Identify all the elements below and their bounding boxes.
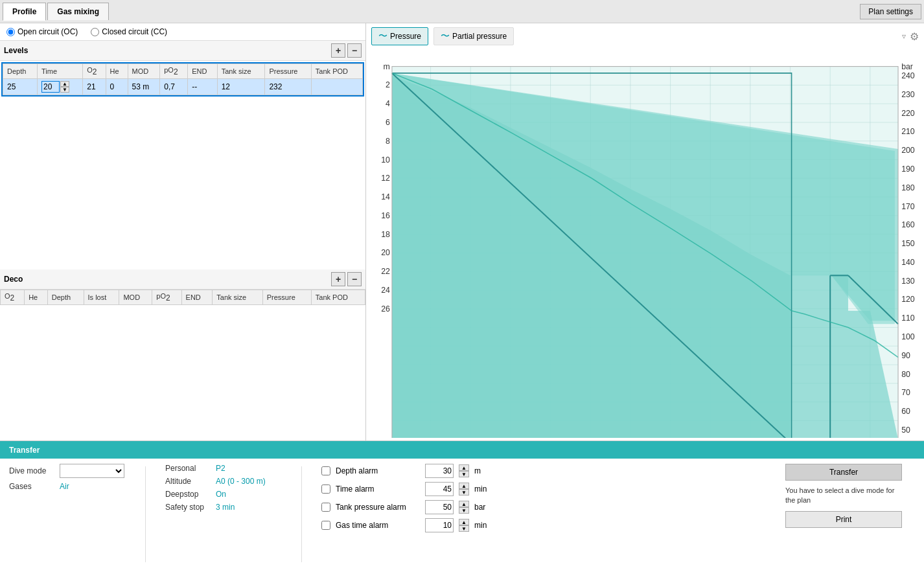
svg-text:80: 80 <box>901 370 910 379</box>
transfer-button[interactable]: Transfer <box>785 464 902 481</box>
tank-pressure-alarm-down[interactable]: ▼ <box>459 507 469 514</box>
levels-add-button[interactable]: + <box>331 43 345 58</box>
gas-time-alarm-checkbox[interactable] <box>321 521 330 530</box>
dive-chart-svg: m 2 4 6 8 10 12 14 16 18 20 22 24 26 <box>369 51 921 438</box>
dive-mode-select[interactable] <box>60 464 124 478</box>
svg-text:20: 20 <box>381 248 390 257</box>
open-circuit-radio[interactable] <box>6 28 15 36</box>
altitude-row: Altitude A0 (0 - 300 m) <box>165 477 282 486</box>
transfer-body: Dive mode Gases Air Personal P2 Altitude… <box>0 459 924 570</box>
altitude-label: Altitude <box>165 477 211 486</box>
altitude-value: A0 (0 - 300 m) <box>216 477 266 486</box>
depth-alarm-row: Depth alarm ▲ ▼ m <box>321 464 516 478</box>
svg-text:170: 170 <box>901 202 915 211</box>
tank-pressure-alarm-up[interactable]: ▲ <box>459 501 469 507</box>
tank-pressure-alarm-input[interactable] <box>425 500 454 514</box>
gas-time-alarm-unit: min <box>474 521 494 530</box>
time-alarm-down[interactable]: ▼ <box>459 489 469 496</box>
deco-col-pressure: Pressure <box>262 290 311 304</box>
time-alarm-input[interactable] <box>425 482 454 496</box>
time-alarm-row: Time alarm ▲ ▼ min <box>321 482 516 496</box>
levels-buttons: + − <box>331 43 362 58</box>
levels-header: Levels + − <box>0 41 365 61</box>
levels-remove-button[interactable]: − <box>347 43 362 58</box>
tank-pressure-alarm-row: Tank pressure alarm ▲ ▼ bar <box>321 500 516 514</box>
deco-buttons: + − <box>331 272 362 286</box>
tank-pressure-alarm-unit: bar <box>474 503 494 512</box>
transfer-header: Transfer <box>0 441 924 459</box>
filter-icon[interactable]: ▿ <box>902 32 906 41</box>
svg-text:100: 100 <box>901 332 915 341</box>
tab-profile[interactable]: Profile <box>3 3 46 21</box>
time-alarm-label: Time alarm <box>336 484 420 494</box>
svg-text:220: 220 <box>901 109 915 118</box>
time-spin-up[interactable]: ▲ <box>60 81 69 87</box>
transfer-title: Transfer <box>9 446 40 455</box>
depth-alarm-down[interactable]: ▼ <box>459 471 469 477</box>
depth-alarm-up[interactable]: ▲ <box>459 464 469 471</box>
svg-text:240: 240 <box>901 71 915 80</box>
svg-text:50: 50 <box>901 426 910 435</box>
col-he: He <box>106 64 128 79</box>
gas-time-alarm-down[interactable]: ▼ <box>459 525 469 532</box>
svg-text:2: 2 <box>386 80 390 89</box>
print-button[interactable]: Print <box>785 511 902 528</box>
tank-pressure-alarm-checkbox[interactable] <box>321 503 330 512</box>
depth-alarm-checkbox[interactable] <box>321 466 330 475</box>
deco-col-o2: O2 <box>1 290 25 304</box>
svg-text:6: 6 <box>386 118 390 127</box>
deco-col-islost: Is lost <box>84 290 119 304</box>
svg-text:m: m <box>384 62 390 71</box>
deco-add-button[interactable]: + <box>331 272 345 286</box>
tab-gas-mixing[interactable]: Gas mixing <box>47 3 109 20</box>
gas-time-alarm-up[interactable]: ▲ <box>459 519 469 525</box>
svg-text:24: 24 <box>381 286 390 295</box>
depth-alarm-label: Depth alarm <box>336 466 420 475</box>
dive-mode-row: Dive mode <box>9 464 126 478</box>
svg-text:26: 26 <box>381 304 390 314</box>
col-pressure: Pressure <box>265 64 311 79</box>
personal-row: Personal P2 <box>165 464 282 473</box>
svg-text:60: 60 <box>901 407 910 416</box>
cell-tank-pod <box>311 79 362 95</box>
plan-settings-button[interactable]: Plan settings <box>860 4 921 19</box>
svg-text:16: 16 <box>381 211 390 220</box>
deco-col-end: END <box>181 290 213 304</box>
deco-title: Deco <box>4 275 23 284</box>
svg-text:180: 180 <box>901 183 915 192</box>
time-input[interactable] <box>41 81 60 93</box>
alarms-col: Depth alarm ▲ ▼ m Time alarm ▲ ▼ min <box>321 464 516 532</box>
time-spinners: ▲ ▼ <box>60 81 69 93</box>
filter-area: ▿ ⚙ <box>902 30 919 43</box>
col-tank-pod: Tank POD <box>311 64 362 79</box>
partial-pressure-button[interactable]: 〜 Partial pressure <box>433 27 514 45</box>
time-spin-down[interactable]: ▼ <box>60 87 69 93</box>
time-alarm-checkbox[interactable] <box>321 484 330 494</box>
pressure-button[interactable]: 〜 Pressure <box>371 27 428 45</box>
y2-axis-labels: bar 240 230 220 210 200 190 180 170 160 … <box>901 62 915 435</box>
deepstop-value: On <box>216 490 226 499</box>
depth-alarm-input[interactable] <box>425 464 454 478</box>
closed-circuit-option[interactable]: Closed circuit (CC) <box>91 27 167 36</box>
deco-header: Deco + − <box>0 269 365 290</box>
open-circuit-option[interactable]: Open circuit (OC) <box>6 27 78 36</box>
personal-value: P2 <box>216 464 225 473</box>
safety-stop-row: Safety stop 3 min <box>165 503 282 512</box>
time-alarm-up[interactable]: ▲ <box>459 483 469 489</box>
svg-text:22: 22 <box>381 267 390 276</box>
svg-text:160: 160 <box>901 220 915 229</box>
gas-time-alarm-row: Gas time alarm ▲ ▼ min <box>321 518 516 532</box>
closed-circuit-radio[interactable] <box>91 28 99 36</box>
settings-icon[interactable]: ⚙ <box>910 30 919 43</box>
deco-remove-button[interactable]: − <box>347 272 362 286</box>
svg-text:18: 18 <box>381 230 390 239</box>
levels-table: Depth Time O2 He MOD pO2 END Tank size P… <box>3 63 363 95</box>
dive-mode-label: Dive mode <box>9 466 54 475</box>
deco-col-mod: MOD <box>119 290 152 304</box>
tank-pressure-alarm-label: Tank pressure alarm <box>336 503 420 512</box>
gas-time-alarm-input[interactable] <box>425 518 454 532</box>
deco-col-tank-pod: Tank POD <box>311 290 365 304</box>
table-row[interactable]: 25 ▲ ▼ 21 0 53 m <box>3 79 363 95</box>
cell-time[interactable]: ▲ ▼ <box>38 79 83 95</box>
levels-title: Levels <box>4 46 28 55</box>
